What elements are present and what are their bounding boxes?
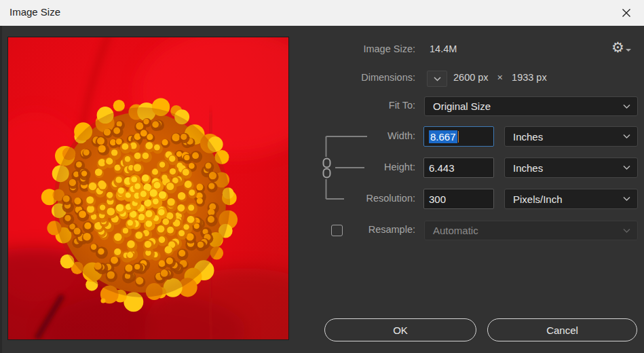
gear-icon: ⚙ xyxy=(611,39,624,56)
image-size-value: 14.4M xyxy=(430,43,457,54)
dimensions-unit-button[interactable] xyxy=(427,71,447,87)
options-gear-button[interactable]: ⚙ xyxy=(611,39,636,58)
resolution-unit-select[interactable]: Pixels/Inch xyxy=(504,189,638,209)
close-icon xyxy=(622,8,631,18)
fit-to-label: Fit To: xyxy=(319,100,415,111)
resample-method-select[interactable]: Automatic xyxy=(424,221,638,240)
dimensions-label: Dimensions: xyxy=(319,72,415,83)
dimensions-width-value: 2600 px xyxy=(453,72,489,83)
resample-method-value: Automatic xyxy=(425,225,478,236)
image-preview xyxy=(8,37,288,339)
height-unit-select[interactable]: Inches xyxy=(504,157,638,178)
left-edge-shadow xyxy=(0,26,2,353)
chevron-down-icon xyxy=(623,104,630,109)
chevron-down-icon xyxy=(434,77,441,81)
ok-button[interactable]: OK xyxy=(324,318,476,341)
resolution-input[interactable]: 300 xyxy=(423,189,494,209)
height-label: Height: xyxy=(319,162,415,172)
resolution-input-text: 300 xyxy=(429,193,446,205)
fit-to-select[interactable]: Original Size xyxy=(424,96,638,116)
close-button[interactable] xyxy=(613,0,640,26)
dimensions-height-value: 1933 px xyxy=(512,72,547,83)
height-input[interactable]: 6.443 xyxy=(423,157,494,178)
dialog-titlebar[interactable]: Image Size xyxy=(0,0,644,26)
dimensions-times: × xyxy=(497,72,503,83)
width-unit-select[interactable]: Inches xyxy=(504,126,638,147)
height-unit-value: Inches xyxy=(505,162,543,174)
chevron-down-icon xyxy=(623,134,630,139)
gear-menu-arrow-icon xyxy=(626,49,631,52)
dialog-title: Image Size xyxy=(10,6,60,18)
width-unit-value: Inches xyxy=(505,131,543,143)
resample-label: Resample: xyxy=(319,224,415,235)
height-input-text: 6.443 xyxy=(429,162,455,174)
text-caret xyxy=(458,131,459,143)
width-input-selected-text: 8.667 xyxy=(429,130,457,143)
image-size-label: Image Size: xyxy=(319,43,415,54)
fit-to-selected-value: Original Size xyxy=(425,100,491,112)
cancel-button[interactable]: Cancel xyxy=(487,318,637,341)
width-label: Width: xyxy=(319,130,415,141)
chevron-down-icon xyxy=(623,228,630,233)
resolution-unit-value: Pixels/Inch xyxy=(505,193,563,205)
chevron-down-icon xyxy=(623,166,630,170)
resolution-label: Resolution: xyxy=(319,193,415,204)
dimensions-values: 2600 px × 1933 px xyxy=(453,72,547,83)
chevron-down-icon xyxy=(623,197,630,202)
width-input[interactable]: 8.667 xyxy=(423,126,494,147)
